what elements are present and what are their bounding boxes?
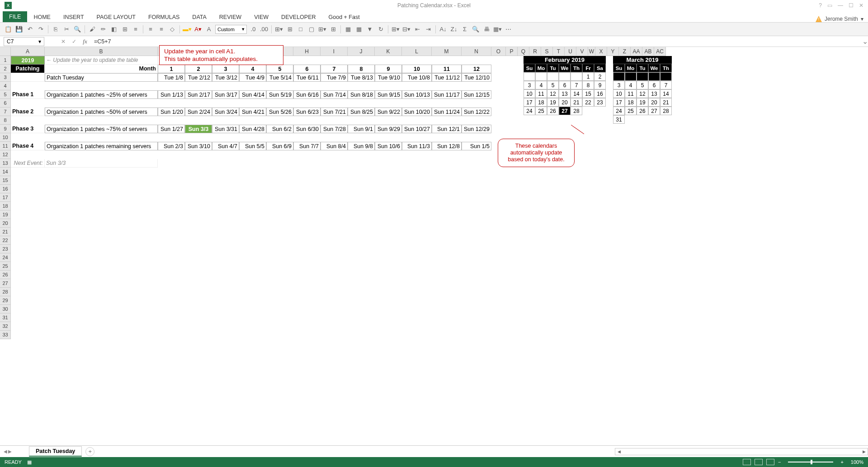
add-sheet-button[interactable]: + xyxy=(85,447,94,456)
cell[interactable]: Sun 10/27 xyxy=(402,125,432,133)
cell[interactable]: Next Event: xyxy=(11,159,45,168)
col-header[interactable]: Q xyxy=(518,47,529,56)
cell[interactable]: Phase 1 xyxy=(11,90,45,99)
cell[interactable]: Sun 6/23 xyxy=(293,107,321,116)
align-center-icon[interactable]: ≡ xyxy=(157,25,166,34)
cells[interactable]: 2019← Update the year to update the tabl… xyxy=(11,56,491,339)
select-all-corner[interactable] xyxy=(0,47,11,56)
cell[interactable]: Sun 6/9 xyxy=(266,142,293,150)
cell[interactable]: Sun 3/3 xyxy=(45,159,158,168)
cell[interactable]: Organization 1 patches ~50% of servers xyxy=(45,107,158,116)
row-header[interactable]: 1 xyxy=(0,56,10,65)
cell[interactable]: Sun 10/13 xyxy=(402,90,432,99)
save-icon[interactable]: 💾 xyxy=(14,25,24,34)
borders-icon[interactable]: ⊞▾ xyxy=(274,25,283,34)
row-header[interactable]: 2 xyxy=(0,65,10,73)
cell[interactable]: Sun 12/22 xyxy=(462,107,491,116)
find-icon[interactable]: 🔍 xyxy=(471,25,480,34)
tab-view[interactable]: VIEW xyxy=(248,12,275,22)
col-header[interactable]: Z xyxy=(619,47,631,56)
row-header[interactable]: 22 xyxy=(0,236,10,245)
number-format-select[interactable]: Custom▾ xyxy=(215,25,247,34)
cell[interactable]: Sun 3/10 xyxy=(185,142,212,150)
indent-right-icon[interactable]: ⇥ xyxy=(424,25,433,34)
tab-insert[interactable]: INSERT xyxy=(57,12,90,22)
row-headers[interactable]: 1234567891011121314151617181920212223242… xyxy=(0,56,11,339)
view-layout-icon[interactable] xyxy=(755,459,763,465)
ribbon-options-icon[interactable]: ▭ xyxy=(827,2,832,9)
row-header[interactable]: 7 xyxy=(0,107,10,116)
border-thick-icon[interactable]: ▢ xyxy=(307,25,316,34)
delete-cells-icon[interactable]: ⊟▾ xyxy=(402,25,411,34)
reapply-icon[interactable]: ↻ xyxy=(376,25,385,34)
cell[interactable]: Month xyxy=(45,65,158,73)
cell[interactable]: Sun 5/26 xyxy=(266,107,293,116)
brush-icon[interactable]: ✏ xyxy=(99,25,108,34)
col-header[interactable]: AC xyxy=(654,47,666,56)
cell[interactable]: Sun 9/22 xyxy=(375,107,402,116)
cell[interactable]: Tue 7/9 xyxy=(321,73,348,82)
sort-asc-icon[interactable]: A↓ xyxy=(439,25,448,34)
cell[interactable]: 11 xyxy=(432,65,462,73)
cell[interactable]: Sun 5/5 xyxy=(239,142,266,150)
shapes-icon[interactable]: ◇ xyxy=(168,25,177,34)
cell[interactable]: 10 xyxy=(402,65,432,73)
col-header[interactable]: U xyxy=(565,47,576,56)
col-header[interactable]: A xyxy=(11,47,45,56)
cell[interactable]: Sun 5/19 xyxy=(266,90,293,99)
row-header[interactable]: 21 xyxy=(0,228,10,236)
sheet-nav-first-icon[interactable]: ◀ xyxy=(4,449,7,454)
cell[interactable]: Phase 2 xyxy=(11,107,45,116)
font-size-icon[interactable]: A xyxy=(204,25,213,34)
copy-icon[interactable]: ⎘ xyxy=(51,25,60,34)
spreadsheet-grid[interactable]: ABCDEFGHIJKLMNOPQRSTUVWXYZAAABAC 1234567… xyxy=(0,47,868,445)
cell[interactable]: Sun 12/15 xyxy=(462,90,491,99)
fx-icon[interactable]: fx xyxy=(80,37,90,46)
sheet-nav-last-icon[interactable]: ▶ xyxy=(8,449,12,454)
cell[interactable]: 12 xyxy=(462,65,491,73)
increase-decimal-icon[interactable]: .0 xyxy=(249,25,258,34)
cell[interactable]: Tue 5/14 xyxy=(266,73,293,82)
font-color-icon[interactable]: A▾ xyxy=(193,25,203,34)
col-header[interactable]: X xyxy=(595,47,607,56)
cell[interactable]: Sun 12/1 xyxy=(432,125,462,133)
col-header[interactable]: P xyxy=(506,47,518,56)
row-header[interactable]: 19 xyxy=(0,210,10,219)
tab-formulas[interactable]: FORMULAS xyxy=(142,12,186,22)
user-badge[interactable]: ! Jerome Smith ▾ xyxy=(816,16,868,22)
cell[interactable]: Tue 1/8 xyxy=(158,73,185,82)
row-header[interactable]: 5 xyxy=(0,90,10,99)
row-header[interactable]: 24 xyxy=(0,253,10,262)
cell[interactable]: 4 xyxy=(239,65,266,73)
col-header[interactable]: V xyxy=(576,47,588,56)
unfreeze-icon[interactable]: ▦ xyxy=(354,25,363,34)
cell[interactable]: Sun 10/20 xyxy=(402,107,432,116)
indent-left-icon[interactable]: ⇤ xyxy=(413,25,422,34)
col-header[interactable]: R xyxy=(529,47,541,56)
row-header[interactable]: 23 xyxy=(0,245,10,253)
cell[interactable]: Sun 1/13 xyxy=(158,90,185,99)
minimize-icon[interactable]: — xyxy=(838,2,843,9)
zoom-out-icon[interactable]: − xyxy=(778,459,781,465)
cell[interactable]: 5 xyxy=(266,65,293,73)
cell[interactable]: Sun 3/24 xyxy=(212,107,239,116)
cell[interactable]: Sun 8/18 xyxy=(348,90,375,99)
paste-icon[interactable]: 📋 xyxy=(4,25,13,34)
cell[interactable]: Tue 11/12 xyxy=(432,73,462,82)
row-header[interactable]: 15 xyxy=(0,176,10,185)
cell[interactable]: Organization 1 patches ~75% of servers xyxy=(45,125,158,133)
help-icon[interactable]: ? xyxy=(819,2,822,9)
row-header[interactable]: 8 xyxy=(0,116,10,125)
sheet-tab-active[interactable]: Patch Tuesday xyxy=(29,446,82,457)
cell[interactable]: Tue 8/13 xyxy=(348,73,375,82)
cell[interactable]: Sun 9/15 xyxy=(375,90,402,99)
table-icon[interactable]: ⊞ xyxy=(329,25,338,34)
formula-input[interactable]: =C5+7 xyxy=(90,38,862,45)
cell[interactable]: Sun 12/29 xyxy=(462,125,491,133)
cell[interactable]: Sun 1/5 xyxy=(462,142,491,150)
col-header[interactable]: S xyxy=(541,47,553,56)
cell[interactable]: Sun 2/24 xyxy=(185,107,212,116)
col-header[interactable]: H xyxy=(293,47,321,56)
border-outside-icon[interactable]: □ xyxy=(296,25,305,34)
column-headers[interactable]: ABCDEFGHIJKLMNOPQRSTUVWXYZAAABAC xyxy=(11,47,666,56)
